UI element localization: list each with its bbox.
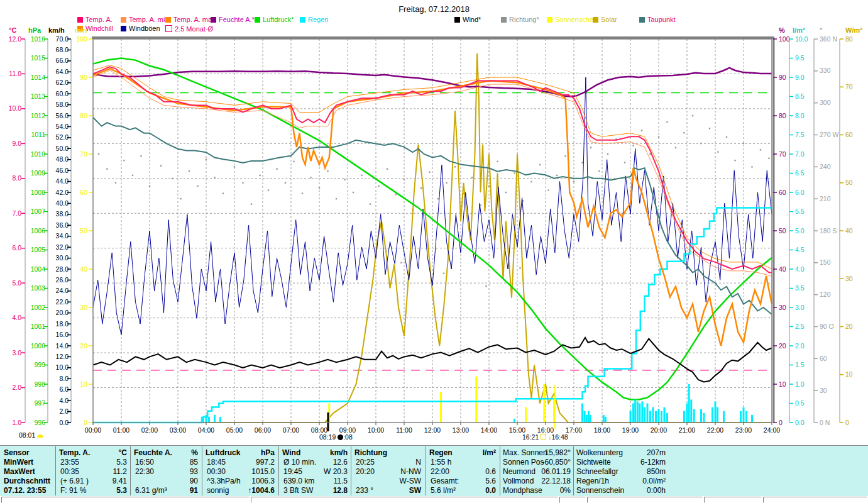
series-richtung-dot bbox=[149, 185, 150, 187]
series-richtung-dot bbox=[547, 189, 549, 191]
series-regen-rate-bar bbox=[690, 399, 692, 423]
series-regen-rate-bar bbox=[655, 411, 657, 423]
series-sonnenschein-bar bbox=[525, 407, 527, 423]
series-regen-rate-bar bbox=[514, 419, 515, 423]
series-richtung-dot bbox=[404, 179, 405, 180]
series-richtung-dot bbox=[140, 155, 141, 157]
table-cell-value: 6-12km bbox=[576, 458, 666, 467]
x-axis-label: 13:00 bbox=[447, 426, 475, 434]
series-richtung-dot bbox=[251, 203, 252, 204]
table-column-divider bbox=[500, 446, 500, 495]
table-cell-value: 1015.0 bbox=[206, 467, 275, 476]
table-cell-value: 15,982° bbox=[503, 448, 571, 457]
table-cell-value: 93 bbox=[134, 467, 198, 476]
table-header-richtung: Richtung bbox=[354, 448, 387, 457]
series-richtung-dot bbox=[683, 132, 684, 133]
series-richtung-dot bbox=[361, 175, 362, 176]
series-richtung-dot bbox=[344, 179, 345, 180]
status-bar-segment bbox=[704, 497, 762, 503]
statistics-table: SensorMinWertMaxWertDurchschnitt07.12. 2… bbox=[0, 445, 868, 496]
series-regen-rate-bar bbox=[688, 384, 690, 423]
x-axis-label: 03:00 bbox=[164, 426, 192, 434]
table-cell-value: 11.2 bbox=[59, 467, 127, 476]
series-richtung-dot bbox=[624, 162, 625, 163]
table-row-label: 07.12. 23:55 bbox=[4, 486, 46, 495]
series-richtung-dot bbox=[259, 175, 260, 176]
table-cell-value: 5.6 bbox=[429, 477, 496, 485]
series-richtung-dot bbox=[607, 153, 608, 155]
table-row-label: MaxWert bbox=[4, 467, 35, 476]
series-regen-rate-bar bbox=[711, 407, 713, 423]
series-regen-rate-bar bbox=[743, 407, 745, 423]
series-richtung-dot bbox=[573, 181, 574, 182]
table-cell-value: N bbox=[354, 458, 421, 467]
series-regen-rate-bar bbox=[581, 404, 583, 423]
series-richtung-dot bbox=[743, 143, 744, 144]
table-cell-value: 5.3 bbox=[59, 458, 127, 467]
series-richtung-dot bbox=[632, 145, 634, 146]
series-richtung-dot bbox=[454, 166, 456, 167]
series-richtung-dot bbox=[429, 172, 430, 173]
series-richtung-dot bbox=[319, 187, 320, 189]
table-cell-value: 0% bbox=[503, 486, 571, 495]
series-richtung-dot bbox=[666, 121, 667, 123]
series-sonnenschein-bar bbox=[440, 392, 442, 423]
series-richtung-dot bbox=[123, 160, 124, 161]
table-column-divider bbox=[351, 446, 351, 495]
series-regen-rate-bar bbox=[641, 401, 643, 423]
series-richtung-dot bbox=[395, 194, 396, 195]
x-axis-label: 14:00 bbox=[475, 426, 503, 434]
table-cell-value: SW bbox=[354, 486, 421, 495]
series-richtung-dot bbox=[437, 198, 439, 199]
series-regen-rate-bar bbox=[666, 413, 668, 423]
series-temp-line bbox=[93, 67, 772, 272]
series-regen-rate-bar bbox=[634, 399, 636, 423]
series-regen-rate-bar bbox=[703, 413, 705, 423]
series-richtung-dot bbox=[378, 185, 379, 187]
series-richtung-dot bbox=[768, 158, 769, 159]
series-regen-rate-bar bbox=[588, 411, 590, 423]
series-richtung-dot bbox=[285, 182, 286, 184]
new-moon-icon bbox=[338, 434, 343, 440]
table-cell-value: 11.5 bbox=[282, 477, 348, 485]
x-axis-label: 21:00 bbox=[673, 426, 701, 434]
table-cell-value: 22.12.18 bbox=[503, 477, 571, 485]
status-bar-segment bbox=[763, 497, 867, 503]
x-axis-label: 12:00 bbox=[419, 426, 446, 434]
weather-app-window: { "title": "Freitag, 07.12.2018", "legen… bbox=[0, 0, 868, 503]
table-cell-value: 0.0l/m² bbox=[576, 477, 666, 485]
table-cell-value: 850m bbox=[576, 467, 666, 476]
series-richtung-dot bbox=[353, 192, 354, 193]
status-bar-segment bbox=[1, 497, 250, 503]
table-column-divider bbox=[130, 446, 131, 495]
series-richtung-dot bbox=[214, 177, 215, 178]
series-richtung-dot bbox=[370, 203, 371, 204]
series-regen-rate-bar bbox=[644, 407, 646, 423]
series-regen-rate-bar bbox=[605, 417, 607, 423]
x-axis-label: 00:00 bbox=[79, 426, 107, 434]
series-regen-rate-bar bbox=[639, 404, 640, 423]
x-axis-label: 10:00 bbox=[362, 426, 390, 434]
x-axis-label: 06:00 bbox=[249, 426, 277, 434]
series-richtung-dot bbox=[514, 172, 515, 174]
table-cell-value: 0:00h bbox=[576, 486, 666, 495]
moonset-suffix: :08 bbox=[343, 433, 353, 441]
series-richtung-dot bbox=[446, 182, 447, 184]
x-axis-label: 20:00 bbox=[645, 426, 673, 434]
series-regen-rate-bar bbox=[584, 411, 586, 423]
series-richtung-dot bbox=[760, 149, 761, 150]
table-cell-value: 85 bbox=[134, 458, 198, 467]
series-richtung-dot bbox=[222, 192, 224, 194]
table-row-label: MinWert bbox=[4, 458, 33, 467]
status-bar-segment bbox=[587, 497, 703, 503]
series-regen-rate-bar bbox=[717, 407, 718, 423]
series-richtung-dot bbox=[197, 185, 198, 187]
series-richtung-dot bbox=[387, 169, 388, 170]
table-column-divider bbox=[426, 446, 426, 495]
series-regen-rate-bar bbox=[751, 415, 753, 423]
series-richtung-dot bbox=[98, 153, 99, 155]
series-richtung-dot bbox=[471, 177, 473, 178]
table-cell-value: W 20.3 bbox=[282, 467, 348, 476]
table-cell-value: 997.2 bbox=[206, 458, 275, 467]
series-richtung-dot bbox=[726, 136, 727, 138]
